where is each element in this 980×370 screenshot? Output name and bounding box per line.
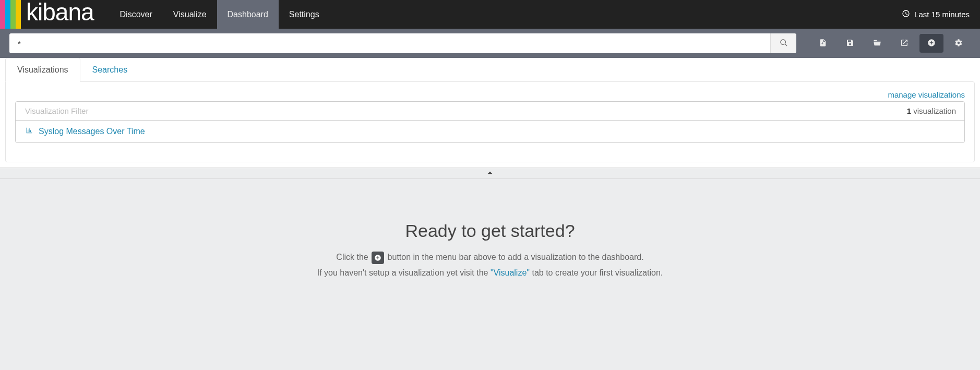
empty-heading: Ready to get started? <box>10 221 970 241</box>
empty-line1b: button in the menu bar above to add a vi… <box>388 253 644 261</box>
nav-visualize[interactable]: Visualize <box>163 0 217 29</box>
share-button[interactable] <box>892 34 916 53</box>
manage-link-wrap: manage visualizations <box>15 90 965 99</box>
nav-settings-label: Settings <box>289 10 319 19</box>
open-dashboard-button[interactable] <box>865 34 889 53</box>
file-plus-icon <box>819 39 827 49</box>
external-link-icon <box>900 39 909 49</box>
visualization-item[interactable]: Syslog Messages Over Time <box>16 121 964 142</box>
nav-dashboard-label: Dashboard <box>228 10 268 19</box>
bar-chart-icon <box>25 127 33 136</box>
count-suffix: visualization <box>911 106 956 115</box>
empty-line2: If you haven't setup a visualization yet… <box>10 268 970 278</box>
visualization-picker: 1 visualization Syslog Messages Over Tim… <box>15 101 965 143</box>
plus-circle-icon <box>927 39 936 49</box>
tool-icons <box>811 34 971 53</box>
empty-state: Ready to get started? Click the button i… <box>0 179 980 303</box>
tabs: Visualizations Searches <box>5 58 975 81</box>
empty-line1: Click the button in the menu bar above t… <box>10 252 970 264</box>
visualization-list: Syslog Messages Over Time <box>16 121 964 142</box>
visualization-item-label: Syslog Messages Over Time <box>39 127 145 136</box>
folder-open-icon <box>873 39 882 49</box>
filter-row: 1 visualization <box>16 102 964 121</box>
clock-icon <box>902 9 910 19</box>
logo[interactable]: kibana <box>0 0 110 29</box>
tab-visualizations-label: Visualizations <box>17 65 68 74</box>
visualize-tab-link[interactable]: "Visualize" <box>491 268 530 277</box>
add-panel: Visualizations Searches manage visualiza… <box>0 58 980 168</box>
chevron-up-icon <box>485 169 495 178</box>
empty-line2a: If you haven't setup a visualization yet… <box>317 268 491 277</box>
new-dashboard-button[interactable] <box>811 34 835 53</box>
logo-stripes <box>0 0 21 29</box>
add-visualization-button[interactable] <box>919 34 943 53</box>
nav-items: Discover Visualize Dashboard Settings <box>110 0 330 29</box>
tab-visualizations[interactable]: Visualizations <box>5 58 80 82</box>
search-icon <box>780 39 788 49</box>
options-button[interactable] <box>947 34 971 53</box>
search-button[interactable] <box>770 33 796 53</box>
time-label: Last 15 minutes <box>914 10 970 19</box>
nav-dashboard[interactable]: Dashboard <box>217 0 279 29</box>
nav-settings[interactable]: Settings <box>279 0 330 29</box>
visualization-count: 1 visualization <box>899 106 964 115</box>
visualization-filter-input[interactable] <box>16 102 899 120</box>
empty-line1a: Click the <box>336 253 371 261</box>
empty-line2b: tab to create your first visualization. <box>532 268 663 277</box>
save-icon <box>846 39 854 49</box>
gear-icon <box>954 39 963 49</box>
top-navbar: kibana Discover Visualize Dashboard Sett… <box>0 0 980 29</box>
inline-plus-icon <box>372 252 384 264</box>
nav-discover-label: Discover <box>120 10 152 19</box>
nav-visualize-label: Visualize <box>173 10 207 19</box>
logo-text: kibana <box>26 0 94 27</box>
tab-searches[interactable]: Searches <box>80 58 140 82</box>
nav-discover[interactable]: Discover <box>110 0 163 29</box>
time-picker[interactable]: Last 15 minutes <box>891 0 980 29</box>
toolbar <box>0 29 980 58</box>
tab-searches-label: Searches <box>92 65 128 74</box>
collapse-bar[interactable] <box>0 168 980 179</box>
count-number: 1 <box>907 106 911 115</box>
panel-body: manage visualizations 1 visualization Sy… <box>5 81 975 162</box>
save-dashboard-button[interactable] <box>838 34 862 53</box>
search-wrap <box>9 33 796 53</box>
query-input[interactable] <box>9 33 770 53</box>
manage-visualizations-link[interactable]: manage visualizations <box>888 90 965 99</box>
